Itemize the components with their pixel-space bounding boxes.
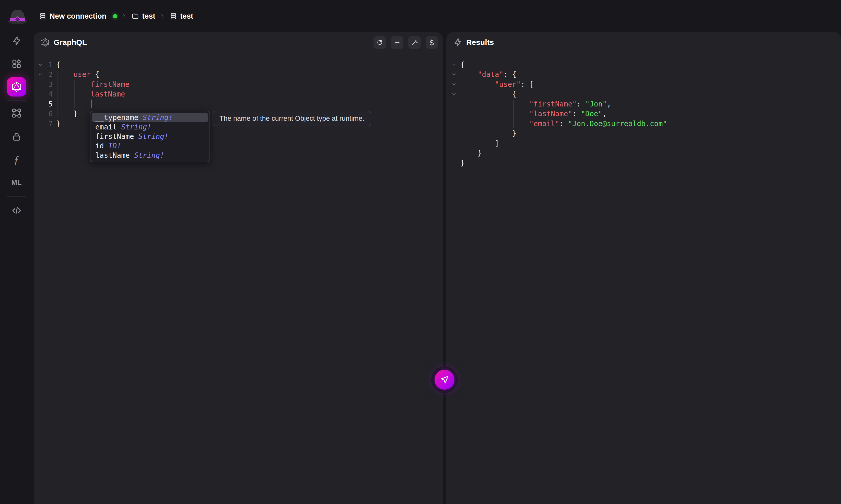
text-cursor bbox=[91, 100, 91, 108]
autocomplete-field-type: String! bbox=[138, 132, 169, 141]
refresh-button[interactable] bbox=[373, 36, 386, 49]
line-number: 3 bbox=[44, 80, 53, 88]
results-line: "lastName": "Doe", bbox=[446, 109, 841, 119]
code-icon bbox=[11, 205, 22, 216]
sidebar-item-api-docs[interactable] bbox=[7, 201, 26, 220]
results-line: } bbox=[446, 129, 841, 139]
autocomplete-field-type: ID! bbox=[108, 142, 121, 150]
breadcrumb-separator-chevron-icon bbox=[159, 13, 166, 20]
nodes-icon bbox=[11, 108, 22, 119]
function-icon: ƒ bbox=[14, 153, 19, 166]
fold-chevron-icon[interactable] bbox=[38, 63, 43, 66]
autocomplete-item-firstName[interactable]: firstNameString! bbox=[92, 132, 208, 141]
code-line-text: "user": [ bbox=[460, 80, 534, 89]
graphql-panel: GraphQL $ 1{2 user {3 firstName4 lastNam… bbox=[34, 32, 443, 504]
graphql-icon bbox=[40, 38, 50, 47]
topbar: New connectiontesttest bbox=[0, 0, 841, 32]
results-line: "email": "Jon.Doe@surrealdb.com" bbox=[446, 119, 841, 129]
autocomplete-item-email[interactable]: emailString! bbox=[92, 122, 208, 132]
results-line: } bbox=[446, 148, 841, 158]
graphql-query-editor[interactable]: 1{2 user {3 firstName4 lastName5 6 }7} _… bbox=[34, 54, 443, 504]
results-viewer[interactable]: { "data": { "user": [ { "firstName": "Jo… bbox=[446, 54, 841, 504]
autocomplete-item-id[interactable]: idID! bbox=[92, 141, 208, 151]
results-panel-title: Results bbox=[466, 38, 494, 47]
sidebar-divider bbox=[7, 196, 26, 197]
sidebar-item-explorer[interactable] bbox=[7, 54, 26, 74]
breadcrumb-item-test[interactable]: test bbox=[131, 12, 155, 20]
editor-line: 3 firstName bbox=[34, 79, 443, 89]
code-line-text: ] bbox=[460, 139, 499, 148]
graphql-panel-title: GraphQL bbox=[54, 38, 87, 47]
results-line: } bbox=[446, 158, 841, 168]
code-line-text: } bbox=[56, 110, 78, 118]
code-line-text: "lastName": "Doe", bbox=[460, 110, 607, 118]
autocomplete-item-__typename[interactable]: __typenameString! bbox=[92, 113, 208, 122]
code-line-text: } bbox=[460, 129, 516, 138]
send-icon bbox=[440, 375, 449, 384]
folder-icon bbox=[131, 12, 139, 20]
code-line-text: "firstName": "Jon", bbox=[460, 100, 611, 108]
results-line: ] bbox=[446, 138, 841, 148]
autocomplete-item-lastName[interactable]: lastNameString! bbox=[92, 151, 208, 160]
ml-icon: ML bbox=[12, 179, 22, 187]
instance-icon bbox=[39, 12, 47, 20]
fold-chevron-icon[interactable] bbox=[452, 93, 457, 95]
results-panel-header: Results bbox=[446, 32, 841, 53]
results-panel: Results { "data": { "user": [ { "firstNa… bbox=[446, 32, 841, 504]
code-line-text: } bbox=[460, 159, 465, 167]
sidebar-divider bbox=[7, 100, 26, 101]
fold-chevron-icon[interactable] bbox=[452, 73, 457, 76]
code-line-text: lastName bbox=[56, 90, 125, 98]
sidebar-item-designer[interactable] bbox=[7, 103, 26, 123]
autocomplete-field-name: id bbox=[95, 142, 104, 150]
fold-chevron-icon[interactable] bbox=[452, 83, 457, 86]
line-number: 4 bbox=[44, 90, 53, 98]
code-line-text: firstName bbox=[56, 80, 129, 89]
sidebar-item-query[interactable] bbox=[7, 31, 26, 51]
code-line-text: } bbox=[56, 120, 60, 128]
dashboard-icon bbox=[11, 58, 22, 69]
editor-line: 5 bbox=[34, 99, 443, 109]
code-line-text: { bbox=[56, 60, 60, 69]
breadcrumb-label: test bbox=[180, 12, 193, 20]
results-line: { bbox=[446, 89, 841, 99]
connection-status-dot bbox=[113, 14, 117, 18]
results-line: "data": { bbox=[446, 70, 841, 80]
code-line-text: { bbox=[460, 60, 465, 69]
database-icon bbox=[169, 12, 177, 20]
breadcrumb-item-new-connection[interactable]: New connection bbox=[39, 12, 117, 20]
run-query-button-ring bbox=[431, 366, 458, 393]
breadcrumb-item-test[interactable]: test bbox=[169, 12, 193, 20]
format-button[interactable] bbox=[391, 36, 403, 49]
results-line: "firstName": "Jon", bbox=[446, 99, 841, 109]
variables-button[interactable]: $ bbox=[426, 36, 438, 49]
code-line-text: { bbox=[460, 90, 516, 98]
graphql-panel-header: GraphQL $ bbox=[34, 32, 443, 53]
sidebar-item-models[interactable]: ML bbox=[7, 173, 26, 192]
editor-line: 4 lastName bbox=[34, 89, 443, 99]
infer-button[interactable] bbox=[408, 36, 421, 49]
sidebar-item-graphql[interactable] bbox=[7, 77, 26, 96]
format-icon bbox=[394, 39, 401, 46]
surrealist-logo bbox=[7, 8, 28, 24]
results-line: { bbox=[446, 60, 841, 70]
run-query-button[interactable] bbox=[435, 370, 454, 390]
autocomplete-field-type: String! bbox=[143, 113, 173, 122]
results-line: "user": [ bbox=[446, 79, 841, 89]
autocomplete-field-name: email bbox=[95, 123, 117, 131]
line-number: 5 bbox=[44, 100, 53, 108]
code-line-text: "email": "Jon.Doe@surrealdb.com" bbox=[460, 120, 667, 128]
dollar-icon: $ bbox=[430, 38, 434, 47]
sidebar-item-functions[interactable]: ƒ bbox=[7, 150, 26, 169]
wand-icon bbox=[411, 39, 418, 46]
autocomplete-popup: __typenameString!emailString!firstNameSt… bbox=[90, 111, 210, 162]
line-number: 7 bbox=[44, 120, 53, 128]
sidebar-item-authentication[interactable] bbox=[7, 127, 26, 146]
graphql-toolbar: $ bbox=[373, 36, 438, 49]
line-number: 6 bbox=[44, 110, 53, 118]
fold-chevron-icon[interactable] bbox=[452, 63, 457, 66]
fold-chevron-icon[interactable] bbox=[38, 73, 43, 76]
code-line-text: } bbox=[460, 149, 482, 157]
code-line-text: "data": { bbox=[460, 70, 516, 79]
refresh-icon bbox=[376, 39, 383, 46]
